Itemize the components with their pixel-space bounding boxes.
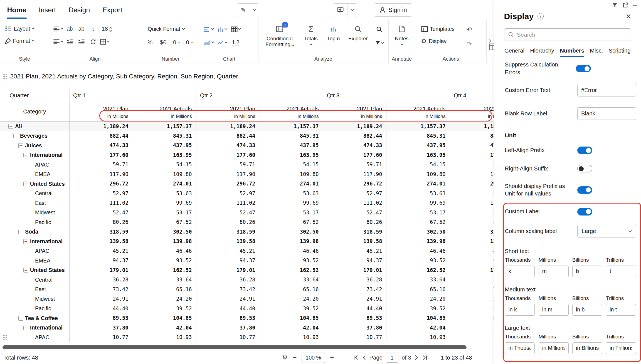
row-header-cell[interactable]: −United States (0, 265, 69, 275)
row-header-cell[interactable]: Central (0, 189, 69, 198)
plan-value-cell[interactable]: 474.33 (196, 141, 260, 150)
plan-value-cell[interactable]: 882.44 (323, 131, 386, 141)
menu-tab-export[interactable]: Export (96, 0, 129, 20)
actuals-value-cell[interactable]: 99.69 (260, 198, 323, 208)
unit-text-input[interactable] (505, 266, 535, 277)
next-page-button[interactable] (415, 355, 419, 360)
decimal-format-button[interactable]: 1.2 (231, 38, 241, 48)
row-header-cell[interactable]: −All (0, 122, 69, 131)
actuals-value-cell[interactable]: 139.98 (260, 237, 323, 246)
plan-value-cell[interactable]: 52.97 (323, 189, 386, 198)
totals-button[interactable]: Σ Totals (299, 22, 323, 55)
menu-tab-home[interactable]: Home (1, 0, 33, 20)
plan-value-cell[interactable]: 318.59 (450, 227, 494, 237)
plan-value-cell[interactable]: 111.02 (69, 198, 133, 208)
drag-handle-icon[interactable] (3, 335, 7, 341)
row-header-cell[interactable]: APAC (0, 160, 69, 170)
plan-value-cell[interactable]: 117.90 (450, 169, 494, 179)
edit-mode-dropdown[interactable] (250, 4, 259, 17)
measure-header[interactable]: 2021 Planin Millions (450, 102, 494, 122)
collapse-toggle-icon[interactable]: − (18, 230, 23, 234)
collapse-toggle-icon[interactable]: − (13, 134, 18, 138)
indent-button[interactable] (77, 37, 86, 47)
actuals-value-cell[interactable]: 163.95 (386, 150, 450, 160)
collapse-toggle-icon[interactable]: − (23, 182, 28, 186)
actuals-value-cell[interactable]: 1,157.37 (386, 122, 450, 131)
plan-value-cell[interactable]: 45.21 (196, 246, 260, 256)
plan-value-cell[interactable]: 94.37 (69, 256, 133, 266)
strikethrough-button[interactable]: ab (77, 24, 86, 34)
collapse-toggle-icon[interactable]: − (23, 239, 28, 244)
undo-button[interactable]: ↶ (465, 25, 474, 35)
plan-value-cell[interactable]: 296.72 (323, 179, 386, 189)
plan-value-cell[interactable]: 80.26 (323, 217, 386, 227)
plan-value-cell[interactable]: 24.91 (323, 294, 386, 304)
plan-value-cell[interactable]: 474.33 (450, 141, 494, 150)
suppress-errors-toggle[interactable] (576, 65, 591, 72)
row-header-cell[interactable]: EMEA (0, 169, 69, 179)
plan-value-cell[interactable]: 73.42 (69, 284, 133, 294)
actuals-value-cell[interactable]: 65.16 (386, 284, 450, 294)
actuals-value-cell[interactable]: 53.17 (386, 208, 450, 217)
edit-icon[interactable]: ✎ (237, 4, 250, 17)
plan-value-cell[interactable]: 94.37 (196, 256, 260, 266)
collapse-toggle-icon[interactable]: − (8, 124, 13, 129)
plan-value-cell[interactable]: 45.21 (323, 246, 386, 256)
expand-icon[interactable] (623, 3, 628, 8)
actuals-value-cell[interactable]: 1,157.37 (133, 122, 196, 131)
add-comment-icon[interactable] (333, 4, 348, 17)
plan-value-cell[interactable]: 10.77 (450, 333, 494, 342)
actuals-value-cell[interactable]: 33.64 (133, 275, 196, 285)
horizontal-scrollbar[interactable] (3, 345, 467, 349)
row-header-cell[interactable]: −International (0, 323, 69, 333)
quick-format-dropdown[interactable]: Quick Format (146, 25, 186, 34)
plan-value-cell[interactable]: 80.26 (69, 217, 133, 227)
text-align-button[interactable] (53, 24, 63, 34)
line-chart-button[interactable] (217, 38, 227, 48)
row-header-cell[interactable]: East (0, 198, 69, 208)
layout-button[interactable]: Layout (3, 24, 36, 33)
plan-value-cell[interactable]: 1,189.24 (323, 122, 386, 131)
previous-page-button[interactable] (362, 355, 366, 360)
menu-tab-design[interactable]: Design (62, 0, 96, 20)
plan-value-cell[interactable]: 111.02 (450, 198, 494, 208)
text-rotate-button[interactable] (88, 37, 98, 47)
panel-search-input[interactable] (517, 31, 627, 38)
actuals-value-cell[interactable]: 302.50 (386, 227, 450, 237)
right-align-suffix-toggle[interactable] (577, 165, 592, 172)
unit-text-input[interactable] (505, 342, 535, 354)
row-header-cell[interactable]: Midwest (0, 294, 69, 304)
percent-format-button[interactable]: % (145, 37, 155, 47)
actuals-value-cell[interactable]: 1,157.37 (260, 122, 323, 131)
plan-value-cell[interactable]: 139.58 (69, 237, 133, 246)
actuals-value-cell[interactable]: 53.63 (386, 189, 450, 198)
plan-value-cell[interactable]: 59.71 (69, 160, 133, 170)
actuals-value-cell[interactable]: 104.85 (260, 313, 323, 323)
notes-button[interactable]: Notes (389, 20, 415, 45)
unit-text-input[interactable] (539, 304, 569, 316)
row-height-button[interactable]: ↕ (88, 24, 98, 34)
explorer-button[interactable]: Explorer (344, 22, 372, 55)
quarter-header[interactable]: Qtr 2 (196, 89, 323, 102)
panel-tab-scripting[interactable]: Scripting (609, 48, 631, 57)
actuals-value-cell[interactable]: 24.20 (260, 294, 323, 304)
zoom-level-input[interactable] (302, 353, 325, 363)
left-align-prefix-toggle[interactable] (577, 147, 592, 154)
plan-value-cell[interactable]: 296.72 (196, 179, 260, 189)
row-header-cell[interactable]: East (0, 284, 69, 294)
plan-value-cell[interactable]: 1,189.24 (196, 122, 260, 131)
display-button[interactable]: ⚙ Display (419, 37, 449, 46)
plan-value-cell[interactable]: 52.97 (69, 189, 133, 198)
last-page-button[interactable] (422, 355, 428, 360)
plan-value-cell[interactable]: 37.80 (450, 323, 494, 333)
plan-value-cell[interactable]: 44.40 (69, 304, 133, 313)
actuals-value-cell[interactable]: 42.04 (386, 323, 450, 333)
row-header-cell[interactable]: Pacific (0, 217, 69, 227)
actuals-value-cell[interactable]: 163.95 (133, 150, 196, 160)
row-header-cell[interactable]: EMEA (0, 256, 69, 266)
plan-value-cell[interactable]: 80.26 (450, 217, 494, 227)
drag-handle-icon[interactable] (3, 74, 7, 79)
actuals-value-cell[interactable]: 274.01 (260, 179, 323, 189)
actuals-value-cell[interactable]: 163.95 (260, 150, 323, 160)
first-page-button[interactable] (353, 355, 359, 360)
